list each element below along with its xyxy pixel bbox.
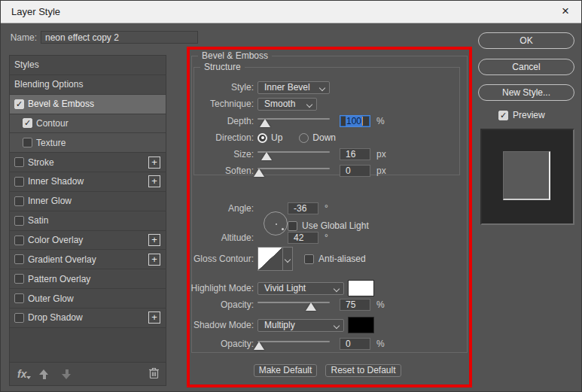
highlight-mode-row: Highlight Mode: Vivid Light	[190, 279, 469, 297]
sidebar-item-contour[interactable]: Contour	[10, 114, 166, 134]
sidebar-item-bevel-emboss[interactable]: Bevel & Emboss	[10, 95, 166, 114]
highlight-opacity-row: Opacity: 75 %	[190, 297, 469, 312]
style-preview-panel	[480, 129, 574, 225]
reset-to-default-button[interactable]: Reset to Default	[325, 364, 401, 377]
chevron-down-icon	[306, 101, 312, 107]
gloss-contour-row: Gloss Contour: Anti-aliased	[190, 246, 469, 272]
preview-checkbox[interactable]	[498, 111, 508, 120]
sidebar-item-inner-glow[interactable]: Inner Glow	[10, 192, 166, 211]
bevel-emboss-panel: Bevel & Emboss Structure Style: Inner Be…	[187, 47, 472, 387]
sidebar-item-blending-options[interactable]: Blending Options	[10, 75, 166, 95]
soften-input[interactable]: 0	[340, 165, 370, 177]
style-row: Style: Inner Bevel	[190, 80, 469, 95]
add-gradient-overlay-button[interactable]: +	[148, 254, 160, 266]
highlight-color-swatch[interactable]	[348, 280, 374, 296]
move-effect-down-icon[interactable]	[62, 369, 72, 379]
sidebar-item-satin[interactable]: Satin	[10, 211, 166, 231]
checkbox-unchecked-icon[interactable]	[14, 216, 24, 226]
delete-effect-icon[interactable]	[148, 367, 160, 381]
gloss-contour-dropdown[interactable]	[282, 247, 293, 271]
size-slider[interactable]	[257, 148, 330, 160]
checkbox-unchecked-icon[interactable]	[14, 177, 24, 187]
new-style-button[interactable]: New Style...	[478, 84, 574, 101]
name-input[interactable]	[41, 31, 198, 44]
sidebar-item-styles[interactable]: Styles	[10, 56, 166, 75]
shadow-mode-row: Shadow Mode: Multiply	[190, 316, 469, 334]
use-global-light-checkbox[interactable]	[288, 221, 297, 231]
anti-aliased-checkbox[interactable]	[304, 254, 314, 264]
direction-row: Direction: Up Down	[190, 130, 469, 145]
add-stroke-button[interactable]: +	[148, 156, 160, 169]
sidebar-item-drop-shadow[interactable]: Drop Shadow+	[10, 308, 166, 328]
chevron-down-icon	[334, 285, 340, 291]
sidebar-item-gradient-overlay[interactable]: Gradient Overlay+	[10, 250, 166, 269]
checkbox-unchecked-icon[interactable]	[14, 313, 24, 323]
sidebar-item-outer-glow[interactable]: Outer Glow	[10, 289, 166, 308]
sidebar-item-inner-shadow[interactable]: Inner Shadow+	[10, 172, 166, 192]
sidebar-footer: fx	[10, 362, 166, 385]
depth-input[interactable]: 100	[340, 115, 370, 127]
bevel-preview-thumbnail	[503, 151, 550, 200]
gloss-contour-thumbnail[interactable]	[257, 247, 282, 271]
checkbox-unchecked-icon[interactable]	[14, 254, 24, 264]
sidebar-item-stroke[interactable]: Stroke+	[10, 153, 166, 172]
checkbox-unchecked-icon[interactable]	[14, 274, 24, 284]
checkbox-checked-icon[interactable]	[14, 99, 24, 109]
move-effect-up-icon[interactable]	[39, 369, 49, 379]
slider-thumb-icon[interactable]	[306, 302, 316, 311]
cancel-button[interactable]: Cancel	[478, 59, 574, 75]
add-drop-shadow-button[interactable]: +	[148, 311, 160, 324]
styles-sidebar: Styles Blending Options Bevel & Emboss C…	[9, 55, 166, 386]
angle-input[interactable]: -36	[288, 202, 318, 214]
soften-slider[interactable]	[257, 165, 330, 177]
checkbox-unchecked-icon[interactable]	[14, 236, 24, 245]
styles-list: Styles Blending Options Bevel & Emboss C…	[10, 56, 166, 363]
angle-row: Angle: -36 °	[190, 201, 469, 216]
sidebar-item-texture[interactable]: Texture	[10, 133, 166, 153]
technique-dropdown[interactable]: Smooth	[257, 98, 317, 111]
preview-toggle: Preview	[498, 110, 545, 120]
close-icon[interactable]: ×	[556, 1, 575, 23]
name-label: Name:	[1, 32, 37, 44]
shadow-mode-dropdown[interactable]: Multiply	[257, 319, 344, 332]
slider-thumb-icon[interactable]	[261, 152, 272, 160]
slider-thumb-icon[interactable]	[254, 342, 264, 350]
shadow-opacity-input[interactable]: 0	[340, 338, 370, 350]
sidebar-item-color-overlay[interactable]: Color Overlay+	[10, 231, 166, 251]
sidebar-item-pattern-overlay[interactable]: Pattern Overlay	[10, 269, 166, 289]
size-row: Size: 16 px	[190, 147, 469, 162]
soften-row: Soften: 0 px	[190, 163, 469, 178]
checkbox-unchecked-icon[interactable]	[14, 293, 24, 303]
checkbox-unchecked-icon[interactable]	[14, 196, 24, 206]
checkbox-unchecked-icon[interactable]	[14, 157, 24, 167]
size-input[interactable]: 16	[340, 148, 370, 160]
altitude-input[interactable]: 42	[288, 232, 318, 244]
slider-thumb-icon[interactable]	[260, 119, 270, 127]
panel-title: Bevel & Emboss	[198, 50, 272, 61]
direction-up-radio[interactable]	[257, 133, 267, 143]
ok-button[interactable]: OK	[478, 32, 574, 49]
chevron-down-icon	[334, 322, 340, 328]
titlebar: Layer Style ×	[1, 1, 581, 23]
chevron-down-icon	[285, 257, 291, 263]
technique-row: Technique: Smooth	[190, 96, 469, 111]
highlight-mode-dropdown[interactable]: Vivid Light	[257, 282, 344, 295]
add-color-overlay-button[interactable]: +	[148, 234, 160, 246]
depth-row: Depth: 100 %	[190, 114, 469, 129]
style-dropdown[interactable]: Inner Bevel	[257, 81, 330, 94]
checkbox-unchecked-icon[interactable]	[23, 138, 32, 147]
altitude-row: Altitude: 42 °	[190, 230, 469, 245]
shadow-color-swatch[interactable]	[348, 317, 374, 333]
depth-slider[interactable]	[257, 115, 330, 127]
chevron-down-icon	[319, 84, 325, 90]
shadow-opacity-row: Opacity: 0 %	[190, 336, 469, 351]
slider-thumb-icon[interactable]	[254, 169, 264, 177]
highlight-opacity-input[interactable]: 75	[340, 299, 370, 311]
fx-menu-icon[interactable]: fx	[17, 368, 26, 380]
shadow-opacity-slider[interactable]	[257, 338, 330, 350]
direction-down-radio[interactable]	[299, 133, 309, 143]
highlight-opacity-slider[interactable]	[257, 299, 330, 311]
checkbox-checked-icon[interactable]	[23, 118, 32, 128]
make-default-button[interactable]: Make Default	[254, 364, 317, 377]
add-inner-shadow-button[interactable]: +	[148, 175, 160, 187]
